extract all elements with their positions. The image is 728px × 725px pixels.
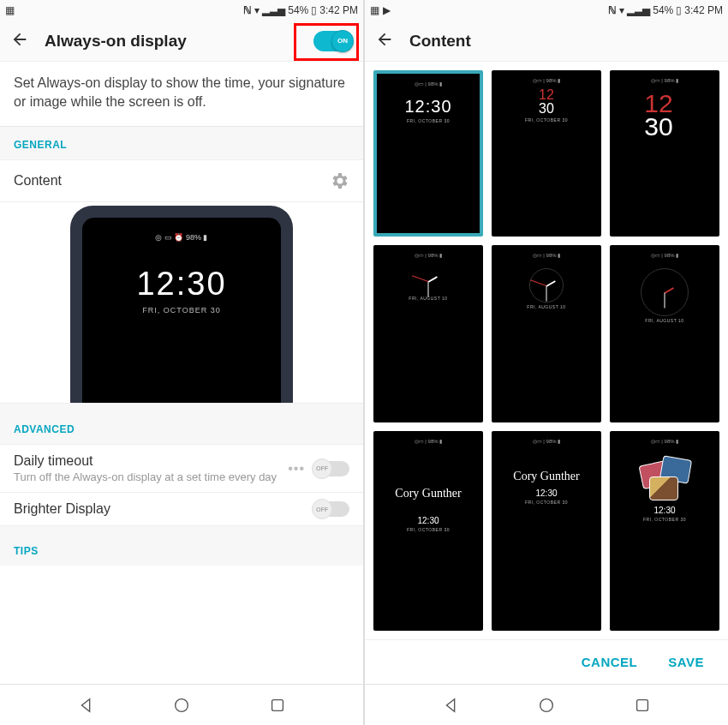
picture-icon: ▦ [5,4,15,16]
preview-date: FRI, OCTOBER 30 [82,306,281,315]
clock-style-option[interactable]: ◎▭ | 98% ▮Cory Gunther12:30FRI, OCTOBER … [373,431,483,631]
divider [0,526,363,533]
content-row[interactable]: Content [0,160,363,202]
clock-style-option[interactable]: ◎▭ | 98% ▮12:30FRI, OCTOBER 30 [610,431,719,631]
nav-recent-icon[interactable] [633,696,652,715]
clock: 3:42 PM [319,4,358,16]
clock-style-option[interactable]: ◎▭ | 98% ▮1230 [610,70,719,237]
battery-pct: 54% [288,4,308,16]
daily-timeout-row[interactable]: Daily timeout Turn off the Always-on dis… [0,445,363,493]
nav-back-icon[interactable] [77,696,96,715]
annotation-highlight [294,23,359,61]
daily-sub: Turn off the Always-on display at a set … [14,470,279,483]
clock-style-option[interactable]: ◎▭ | 98% ▮FRI, AUGUST 10 [492,245,601,422]
battery-icon: ▯ [311,4,317,16]
clock: 3:42 PM [684,4,723,16]
screen-content-picker: ▦ ▶ ℕ ▾ ▂▃▅ 54% ▯ 3:42 PM Content ◎▭ | 9… [365,0,728,725]
phone-mock: ◎ ▭ ⏰ 98% ▮ 12:30 FRI, OCTOBER 30 [70,206,293,403]
description-text: Set Always-on display to show the time, … [0,62,363,127]
preview-time: 12:30 [82,266,281,303]
save-button[interactable]: SAVE [668,655,704,669]
brighter-title: Brighter Display [14,501,305,517]
cancel-button[interactable]: CANCEL [582,655,638,669]
nav-home-icon[interactable] [537,696,556,715]
nfc-icon: ℕ [243,4,252,16]
picture-icon: ▦ [370,4,379,16]
clock-style-grid: ◎▭ | 98% ▮12:30FRI, OCTOBER 30◎▭ | 98% ▮… [365,62,728,639]
section-tips: TIPS [0,533,363,566]
svg-point-0 [176,698,188,711]
nav-bar [365,684,728,725]
divider [0,403,363,411]
signal-icon: ▂▃▅ [262,4,285,16]
svg-rect-1 [272,699,283,710]
back-icon[interactable] [375,30,394,52]
section-advanced: ADVANCED [0,411,363,445]
daily-toggle[interactable]: OFF [313,461,349,476]
preview-status: ◎ ▭ ⏰ 98% ▮ [82,233,281,242]
clock-style-option[interactable]: ◎▭ | 98% ▮FRI, AUGUST 10 [610,245,719,422]
status-bar: ▦ ▶ ℕ ▾ ▂▃▅ 54% ▯ 3:42 PM [365,0,728,21]
signal-icon: ▂▃▅ [627,4,650,16]
battery-icon: ▯ [676,4,682,16]
wifi-icon: ▾ [254,4,260,16]
page-title: Always-on display [45,32,298,51]
nav-back-icon[interactable] [442,696,461,715]
content-preview: ◎ ▭ ⏰ 98% ▮ 12:30 FRI, OCTOBER 30 [0,202,363,403]
brighter-row[interactable]: Brighter Display OFF [0,493,363,526]
screen-settings: ▦ ℕ ▾ ▂▃▅ 54% ▯ 3:42 PM Always-on displa… [0,0,363,725]
nav-home-icon[interactable] [172,696,191,715]
back-icon[interactable] [10,30,29,52]
gear-icon[interactable] [329,171,349,191]
status-bar: ▦ ℕ ▾ ▂▃▅ 54% ▯ 3:42 PM [0,0,363,21]
section-general: GENERAL [0,127,363,160]
clock-style-option[interactable]: ◎▭ | 98% ▮FRI, AUGUST 10 [373,245,483,422]
brighter-toggle[interactable]: OFF [313,501,349,517]
content-label: Content [14,173,329,189]
page-title: Content [409,32,718,51]
clock-style-option[interactable]: ◎▭ | 98% ▮12:30FRI, OCTOBER 30 [373,70,483,237]
svg-point-2 [540,698,553,711]
wifi-icon: ▾ [619,4,624,16]
daily-title: Daily timeout [14,453,279,469]
clock-style-option[interactable]: ◎▭ | 98% ▮Cory Gunther12:30FRI, OCTOBER … [492,431,601,631]
header: Content [365,21,728,62]
action-bar: CANCEL SAVE [365,639,728,684]
more-icon[interactable]: ••• [288,461,305,476]
clock-style-option[interactable]: ◎▭ | 98% ▮1230FRI, OCTOBER 30 [492,70,601,237]
battery-pct: 54% [653,4,673,16]
play-icon: ▶ [383,4,391,16]
nfc-icon: ℕ [608,4,617,16]
svg-rect-3 [636,699,647,710]
nav-bar [0,684,363,725]
nav-recent-icon[interactable] [268,696,287,715]
